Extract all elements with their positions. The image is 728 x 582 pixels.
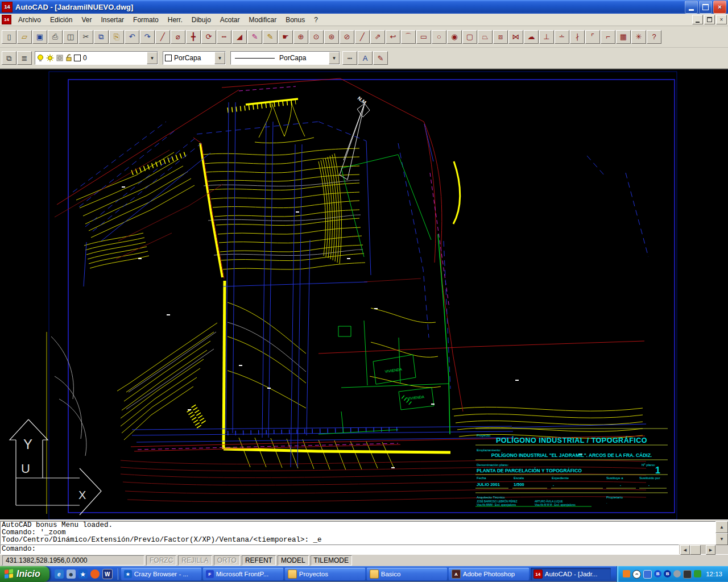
toolbar-button-print-preview[interactable]: ◫: [63, 30, 78, 44]
toolbar-button-copy[interactable]: ⧉: [94, 30, 109, 44]
drawing-canvas[interactable]: VIVIENDA VIVIENDA N.M Y U X: [0, 69, 728, 519]
quick-launch-crazy-browser-icon[interactable]: ★: [78, 569, 88, 579]
toolbar-button-new[interactable]: ▯: [2, 30, 16, 44]
toolbar-button-measure-line[interactable]: ╱: [155, 30, 170, 44]
network-icon[interactable]: [643, 570, 652, 579]
toolbar-button-zoom-extents[interactable]: ⊛: [324, 30, 339, 44]
child-close-button[interactable]: ×: [716, 15, 727, 24]
toolbar-button-make-block[interactable]: ⧈: [493, 30, 508, 44]
child-restore-button[interactable]: [704, 15, 715, 24]
menu-item[interactable]: ?: [309, 15, 322, 25]
chevron-down-icon[interactable]: ▼: [147, 52, 158, 64]
toolbar-button-linetype-dialog[interactable]: ┅: [342, 51, 357, 65]
toolbar-button-trim[interactable]: ∸: [555, 30, 569, 44]
toolbar-button-area-fill[interactable]: ◢: [232, 30, 247, 44]
toolbar-button-explode[interactable]: ✳: [631, 30, 646, 44]
toolbar-button-extend[interactable]: ∤: [570, 30, 585, 44]
menu-acotar[interactable]: Acotar: [216, 15, 245, 25]
toolbar-button-undo[interactable]: ↶: [125, 30, 139, 44]
toolbar-button-redo[interactable]: ↷: [140, 30, 155, 44]
toolbar-button-ellipse[interactable]: ○: [432, 30, 446, 44]
close-button[interactable]: ×: [713, 1, 726, 14]
toolbar-button-arc[interactable]: ⌒: [401, 30, 416, 44]
toolbar-button-mirror[interactable]: ⋈: [508, 30, 523, 44]
quick-launch-internet-explorer-icon[interactable]: e: [55, 569, 64, 579]
quick-launch-opera-icon[interactable]: [90, 569, 100, 579]
toolbar-button-construction-line[interactable]: ⇗: [370, 30, 385, 44]
toggle-model[interactable]: MODEL: [278, 555, 309, 566]
camera-icon[interactable]: [683, 570, 692, 579]
toolbar-button-named-view-eye[interactable]: ◉: [447, 30, 462, 44]
menu-modificar[interactable]: Modificar: [245, 15, 282, 25]
panda-antivirus-icon[interactable]: ᴖ: [632, 570, 641, 579]
scroll-left-icon[interactable]: ◀: [680, 545, 690, 555]
bluetooth-audio-icon[interactable]: B: [664, 570, 671, 577]
toolbar-button-perpendicular[interactable]: ⊥: [539, 30, 554, 44]
scroll-right-icon[interactable]: ▶: [706, 545, 715, 555]
toggle-refent[interactable]: REFENT: [242, 555, 276, 566]
toolbar-button-chamfer[interactable]: ⌐: [601, 30, 615, 44]
command-history[interactable]: AutoCAD bonus Menu loaded.Comando: '_zoo…: [0, 521, 717, 544]
toolbar-button-page-setup[interactable]: ⏢: [478, 30, 493, 44]
menu-formato[interactable]: Formato: [129, 15, 163, 25]
toolbar-button-text-style[interactable]: A: [358, 51, 373, 65]
agent-icon[interactable]: [623, 570, 630, 577]
toolbar-button-open[interactable]: ▱: [17, 30, 32, 44]
toolbar-button-cut[interactable]: ✂: [78, 30, 93, 44]
toolbar-button-hatch[interactable]: ▦: [616, 30, 631, 44]
chevron-down-icon[interactable]: ▼: [329, 52, 340, 64]
menu-bonus[interactable]: Bonus: [281, 15, 309, 25]
toolbar-button-match-properties[interactable]: ✎: [373, 51, 388, 65]
update-icon[interactable]: [694, 570, 701, 577]
toolbar-button-fillet[interactable]: ⌜: [585, 30, 600, 44]
bluetooth-icon[interactable]: B: [654, 570, 661, 577]
menu-insertar[interactable]: Insertar: [96, 15, 129, 25]
toggle-tilemode[interactable]: TILEMODE: [311, 555, 352, 566]
menu-archivo[interactable]: Archivo: [14, 15, 46, 25]
toolbar-button-edit-pen[interactable]: ✎: [263, 30, 278, 44]
quick-launch-messenger-icon[interactable]: ☻: [67, 569, 76, 579]
task-button-autocad-jadr[interactable]: 14 AutoCAD - [Jadr...: [531, 568, 611, 580]
toolbar-button-pan[interactable]: ☛: [278, 30, 293, 44]
toolbar-button-line[interactable]: ╱: [355, 30, 370, 44]
task-button-adobe-photoshop[interactable]: A Adobe Photoshop: [449, 568, 529, 580]
toolbar-button-zoom-previous[interactable]: ⊘: [340, 30, 354, 44]
linetype-dropdown[interactable]: PorCapa ▼: [230, 51, 340, 65]
quick-launch-word-icon[interactable]: W: [102, 569, 113, 579]
toolbar-button-layers-dialog[interactable]: ⧉: [2, 51, 16, 65]
volume-icon[interactable]: [673, 570, 681, 577]
toolbar-button-named-views[interactable]: ⌀: [171, 30, 185, 44]
chevron-down-icon[interactable]: ▼: [214, 52, 225, 64]
title-bar[interactable]: 14 AutoCAD - [JadramilNUEVO.dwg] ×: [0, 0, 728, 14]
toolbar-button-region[interactable]: ▢: [462, 30, 477, 44]
toolbar-button-rectangle[interactable]: ▭: [416, 30, 431, 44]
menu-herr[interactable]: Herr.: [163, 15, 187, 25]
toolbar-button-zoom-realtime[interactable]: ⊕: [293, 30, 308, 44]
scroll-up-icon[interactable]: ▲: [715, 521, 728, 533]
toolbar-button-move[interactable]: ╋: [186, 30, 201, 44]
toggle-orto[interactable]: ORTO: [214, 555, 240, 566]
toolbar-button-print[interactable]: ⎙: [48, 30, 63, 44]
command-input[interactable]: Comando:: [0, 544, 679, 554]
task-button-crazy-browser[interactable]: ★ Crazy Browser - ...: [121, 568, 201, 580]
restore-button[interactable]: [699, 1, 712, 14]
color-dropdown[interactable]: PorCapa ▼: [163, 51, 226, 65]
layer-dropdown[interactable]: 0 ▼: [35, 51, 158, 65]
task-button-microsoft-frontp[interactable]: F Microsoft FrontP...: [203, 568, 283, 580]
scroll-down-icon[interactable]: ▼: [715, 533, 728, 545]
command-scrollbar[interactable]: ▲ ▼: [715, 521, 727, 543]
scroll-thumb[interactable]: [690, 545, 701, 555]
toolbar-button-save[interactable]: ▣: [32, 30, 47, 44]
toolbar-button-layer-control[interactable]: ≣: [17, 51, 32, 65]
menu-edici-n[interactable]: Edición: [46, 15, 77, 25]
task-button-basico[interactable]: Basico: [367, 568, 447, 580]
drawing-file-icon[interactable]: 14: [2, 15, 11, 24]
minimize-button[interactable]: [685, 1, 698, 14]
toolbar-button-paste[interactable]: ⎘: [109, 30, 124, 44]
toggle-rejilla[interactable]: REJILLA: [178, 555, 212, 566]
toolbar-button-rotate[interactable]: ⟳: [201, 30, 216, 44]
task-button-proyectos[interactable]: Proyectos: [285, 568, 365, 580]
toolbar-button-zoom-window[interactable]: ⊙: [309, 30, 324, 44]
child-minimize-button[interactable]: [692, 15, 703, 24]
start-button[interactable]: Inicio: [0, 566, 49, 582]
